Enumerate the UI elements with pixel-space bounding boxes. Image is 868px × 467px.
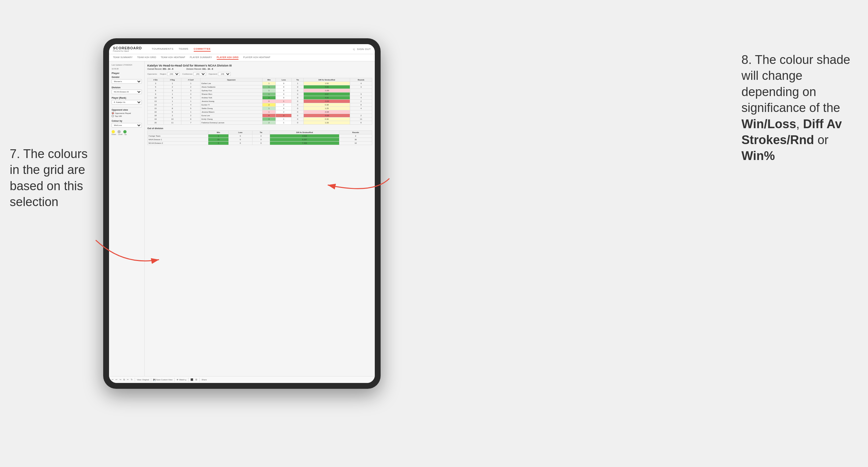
sub-nav-team-h2h-heatmap[interactable]: TEAM H2H HEATMAP xyxy=(161,56,185,60)
sign-out[interactable]: Sign out xyxy=(357,47,371,51)
radio-top100-label: Top 100 xyxy=(115,115,122,117)
ood-cell-rounds: 2 xyxy=(339,134,372,138)
cell-conf: 6 xyxy=(181,118,200,121)
cell-win: 1 xyxy=(262,89,276,93)
cell-div: 18 xyxy=(148,114,164,118)
record-row: Overall Record: 353 - 34 - 6 Division Re… xyxy=(147,68,372,70)
cell-conf: 2 xyxy=(181,114,200,118)
cell-opponent: Federica Domecq Lacroze xyxy=(200,121,262,125)
nav-teams[interactable]: TEAMS xyxy=(179,47,188,52)
cell-tie: 0 xyxy=(292,114,304,118)
cell-win: 1 xyxy=(262,93,276,96)
annotation-left: 7. The colours in the grid are based on … xyxy=(10,146,101,210)
th-ood-diff: Diff Av Strokes/Rnd xyxy=(270,131,339,134)
grid-btn[interactable]: ⊞ xyxy=(195,378,197,381)
table-row: 16 9 1 Jessica Mason 1 2 0 -0.94 xyxy=(148,110,372,114)
nav-tournaments[interactable]: TOURNAMENTS xyxy=(152,47,173,52)
cell-reg: 10 xyxy=(163,118,181,121)
ood-table-row: Foreign Team 1 0 0 4.500 2 xyxy=(148,134,372,138)
filter-group-opponent: Opponent (All) xyxy=(209,72,231,76)
annotation-right-bold1: Win/Loss xyxy=(741,117,796,131)
th-reg: # Reg xyxy=(163,78,181,82)
redo2-btn[interactable]: ↪ xyxy=(119,378,121,381)
redo-btn[interactable]: ↩ xyxy=(116,378,118,381)
cell-rounds: 9 xyxy=(350,103,372,107)
share-btn[interactable]: Share xyxy=(202,379,207,381)
cell-opponent: Jessica Mason xyxy=(200,110,262,114)
cell-win: 1 xyxy=(262,107,276,110)
radio-top100-circle[interactable] xyxy=(112,115,114,117)
cell-tie: 0 xyxy=(292,89,304,93)
radio-top100[interactable]: Top 100 xyxy=(112,115,142,117)
cut-btn[interactable]: ✂ xyxy=(127,378,129,381)
table-row: 13 1 1 Jessica Huang 0 1 0 -3.00 2 xyxy=(148,100,372,103)
division-select[interactable]: NCAA Division III xyxy=(112,90,142,94)
cell-opponent: Jessica Huang xyxy=(200,100,262,103)
sub-nav-player-h2h-grid[interactable]: PLAYER H2H GRID xyxy=(217,56,239,60)
overall-record: Overall Record: 353 - 34 - 6 xyxy=(147,68,173,70)
table-row: 14 7 4 Eunice Yi 2 2 0 0.38 9 xyxy=(148,103,372,107)
annotation-right-bold3: Win% xyxy=(741,149,775,163)
cell-tie: 0 xyxy=(292,107,304,110)
cell-opponent: Andrea York xyxy=(200,96,262,100)
sub-nav-player-h2h-heatmap[interactable]: PLAYER H2H HEATMAP xyxy=(243,56,270,60)
present-btn[interactable]: ⬛ xyxy=(190,378,193,381)
logo-text: SCOREBOARD xyxy=(113,46,142,50)
undo-btn[interactable]: ↩ xyxy=(112,378,114,381)
cell-loss: 0 xyxy=(276,93,292,96)
cell-tie: 0 xyxy=(292,85,304,89)
conference-filter[interactable]: (All) xyxy=(193,72,206,76)
cell-loss: 0 xyxy=(276,96,292,100)
opponent-filter[interactable]: (All) xyxy=(218,72,231,76)
ood-cell-tie: 0 xyxy=(252,138,270,142)
cell-diff: 0.38 xyxy=(303,103,350,107)
watch-btn[interactable]: 👁 Watch ▾ xyxy=(177,379,186,381)
gender-select[interactable]: Women's xyxy=(112,79,142,84)
cell-div: 19 xyxy=(148,118,164,121)
cell-conf: 4 xyxy=(181,93,200,96)
toolbar-divider-3 xyxy=(174,378,175,382)
colour-by-select[interactable]: Win/Loss xyxy=(112,123,142,128)
save-custom-btn[interactable]: 💾 Save Custom View xyxy=(153,379,173,381)
player-rank-select[interactable]: 8. Katelyn Vo xyxy=(112,100,142,104)
cell-rounds: 4 xyxy=(350,107,372,110)
sidebar-colour-by-label: Colour by xyxy=(112,120,142,122)
table-row: 10 6 3 Andrea York 2 0 0 4.00 4 xyxy=(148,96,372,100)
sub-nav-player-summary[interactable]: PLAYER SUMMARY xyxy=(190,56,212,60)
out-of-division-table: Win Loss Tie Diff Av Strokes/Rnd Rounds … xyxy=(147,130,372,145)
opponent-label: Opponent xyxy=(209,73,217,75)
sidebar-division-label: Division xyxy=(112,86,142,89)
cell-reg: 1 xyxy=(163,100,181,103)
cell-win: 4 xyxy=(262,118,276,121)
cell-div: 16 xyxy=(148,110,164,114)
cell-rounds: 3 xyxy=(350,93,372,96)
view-original-btn[interactable]: View: Original xyxy=(137,379,149,381)
radio-opponents-played[interactable]: Opponents Played xyxy=(112,112,142,114)
cell-rounds: 6 xyxy=(350,121,372,125)
cell-rounds: 4 xyxy=(350,82,372,85)
content-area: Katelyn Vo Head-to-Head Grid for Women's… xyxy=(145,61,375,376)
cell-diff: -5.00 xyxy=(303,114,350,118)
table-row: 5 2 2 Alexis Sudjianto 1 0 0 4.00 3 xyxy=(148,85,372,89)
out-of-division-header: Out of division xyxy=(147,127,372,129)
ood-cell-win: 15 xyxy=(208,138,229,142)
radio-opponents-played-circle[interactable] xyxy=(112,112,114,114)
copy-btn[interactable]: ⧉ xyxy=(123,378,125,381)
sidebar-gender-label: Gender xyxy=(112,76,142,78)
sidebar-gender-section: Gender Women's xyxy=(112,76,142,84)
cell-loss: 0 xyxy=(276,85,292,89)
save-icon: 💾 xyxy=(153,379,155,381)
ood-cell-label: NAIA Division 1 xyxy=(148,138,208,142)
cell-conf: 1 xyxy=(181,100,200,103)
refresh-btn[interactable]: ↻ xyxy=(131,378,133,381)
sub-nav-team-h2h-grid[interactable]: TEAM H2H GRID xyxy=(137,56,156,60)
cell-win: 1 xyxy=(262,85,276,89)
nav-committee[interactable]: COMMITTEE xyxy=(194,47,211,52)
cell-win: 1 xyxy=(262,82,276,85)
region-filter[interactable]: (All) xyxy=(167,72,180,76)
cell-opponent: Eunice Yi xyxy=(200,103,262,107)
annotation-right-sep2: or xyxy=(817,133,829,147)
ood-cell-diff: 7.400 xyxy=(270,142,339,145)
cell-reg: 1 xyxy=(163,82,181,85)
sub-nav-team-summary[interactable]: TEAM SUMMARY xyxy=(113,56,133,60)
